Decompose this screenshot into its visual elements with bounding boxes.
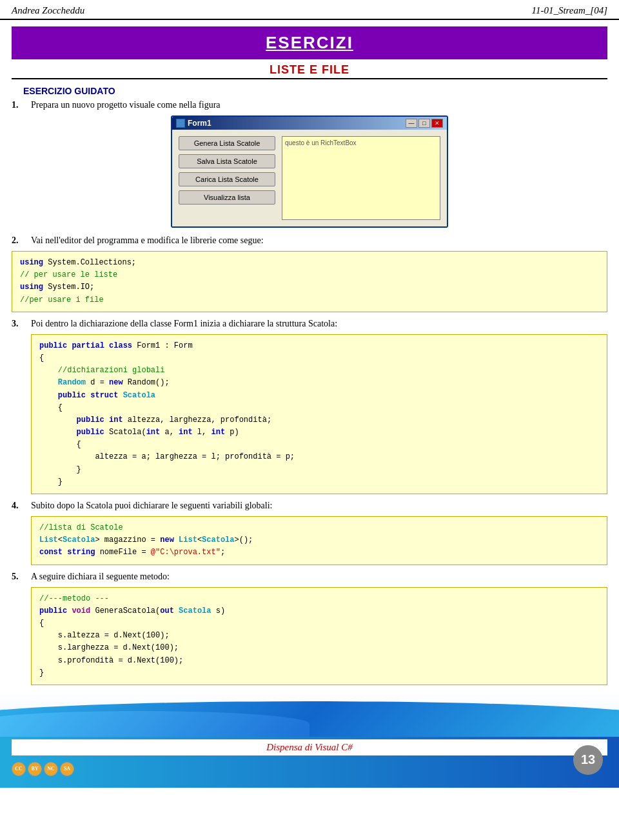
code-line: { bbox=[39, 439, 599, 451]
footer-decoration bbox=[0, 692, 619, 737]
code-line: //---metodo --- bbox=[39, 593, 599, 605]
item-4: 4. Subito dopo la Scatola puoi dichiarar… bbox=[12, 501, 607, 511]
author-name: Andrea Zoccheddu bbox=[12, 5, 84, 16]
code-line: //dichiarazioni globali bbox=[39, 365, 599, 377]
footer-area: Dispensa di Visual C# CC BY NC SA 13 bbox=[0, 737, 619, 788]
code-line: altezza = a; larghezza = l; profondità =… bbox=[39, 451, 599, 463]
code-line: s.larghezza = d.Next(100); bbox=[39, 642, 599, 654]
item-1-num: 1. bbox=[12, 100, 31, 110]
code-line: // per usare le liste bbox=[20, 269, 599, 281]
form-body: Genera Lista Scatole Salva Lista Scatole… bbox=[172, 130, 447, 226]
code-line: public Scatola(int a, int l, int p) bbox=[39, 426, 599, 439]
subtitle-text: LISTE E FILE bbox=[12, 63, 607, 77]
item-2-text: Vai nell'editor del programma e modifica… bbox=[31, 235, 607, 246]
item-1: 1. Prepara un nuovo progetto visuale com… bbox=[12, 100, 607, 110]
code-line: { bbox=[39, 617, 599, 630]
visualizza-lista-button[interactable]: Visualizza lista bbox=[179, 190, 275, 205]
code-line: } bbox=[39, 464, 599, 476]
cc-icon-nc: NC bbox=[44, 762, 58, 776]
item-2-num: 2. bbox=[12, 235, 31, 246]
code-block-4: //lista di Scatole List<Scatola> magazzi… bbox=[31, 516, 607, 565]
code-line: Random d = new Random(); bbox=[39, 377, 599, 389]
cc-icon-by: BY bbox=[28, 762, 42, 776]
code-block-5: //---metodo --- public void GeneraScatol… bbox=[31, 587, 607, 685]
code-line: const string nomeFile = @"C:\prova.txt"; bbox=[39, 546, 599, 559]
code-line: List<Scatola> magazzino = new List<Scato… bbox=[39, 534, 599, 546]
page-header: Andrea Zoccheddu 11-01_Stream_[04] bbox=[0, 0, 619, 20]
item-4-num: 4. bbox=[12, 501, 31, 511]
cc-license-icons: CC BY NC SA bbox=[12, 762, 74, 776]
code-line: //lista di Scatole bbox=[39, 522, 599, 534]
code-line: s.profondità = d.Next(100); bbox=[39, 655, 599, 667]
code-block-3: public partial class Form1 : Form { //di… bbox=[31, 334, 607, 494]
item-3-num: 3. bbox=[12, 319, 31, 329]
code-line: public struct Scatola bbox=[39, 390, 599, 402]
salva-lista-button[interactable]: Salva Lista Scatole bbox=[179, 154, 275, 168]
form-mockup: Form1 — □ ✕ Genera Lista Scatole Salva L… bbox=[171, 115, 448, 228]
form-buttons-panel: Genera Lista Scatole Salva Lista Scatole… bbox=[179, 136, 275, 220]
form-titlebar: Form1 — □ ✕ bbox=[172, 117, 447, 130]
code-line: public void GeneraScatola(out Scatola s) bbox=[39, 605, 599, 617]
rich-text-box[interactable]: questo è un RichTextBox bbox=[282, 136, 440, 220]
section-heading: ESERCIZIO GUIDATO bbox=[23, 86, 596, 96]
item-5: 5. A seguire dichiara il seguente metodo… bbox=[12, 572, 607, 582]
minimize-button[interactable]: — bbox=[406, 119, 417, 128]
form-titlebar-left: Form1 bbox=[176, 119, 211, 128]
maximize-button[interactable]: □ bbox=[418, 119, 430, 128]
genera-lista-button[interactable]: Genera Lista Scatole bbox=[179, 136, 275, 150]
close-button[interactable]: ✕ bbox=[431, 119, 443, 128]
main-content: ESERCIZIO GUIDATO 1. Prepara un nuovo pr… bbox=[0, 86, 619, 685]
main-title: ESERCIZI bbox=[12, 33, 607, 53]
footer-text: Dispensa di Visual C# bbox=[12, 739, 607, 755]
form-title: Form1 bbox=[188, 119, 211, 128]
form-titlebar-controls: — □ ✕ bbox=[406, 119, 443, 128]
cc-icon-sa: SA bbox=[60, 762, 74, 776]
code-line: using System.IO; bbox=[20, 281, 599, 294]
code-line: //per usare i file bbox=[20, 294, 599, 306]
code-line: { bbox=[39, 402, 599, 414]
code-line: } bbox=[39, 476, 599, 488]
item-5-num: 5. bbox=[12, 572, 31, 582]
doc-reference: 11-01_Stream_[04] bbox=[532, 5, 608, 16]
subtitle-bar: LISTE E FILE bbox=[12, 59, 607, 79]
item-4-text: Subito dopo la Scatola puoi dichiarare l… bbox=[31, 501, 607, 511]
code-line: s.altezza = d.Next(100); bbox=[39, 630, 599, 642]
code-block-2: using System.Collections; // per usare l… bbox=[12, 251, 607, 312]
rich-text-label: questo è un RichTextBox bbox=[285, 139, 357, 146]
item-3-text: Poi dentro la dichiarazione della classe… bbox=[31, 319, 607, 329]
code-line: public partial class Form1 : Form bbox=[39, 340, 599, 352]
item-2: 2. Vai nell'editor del programma e modif… bbox=[12, 235, 607, 246]
cc-icon-cc: CC bbox=[12, 762, 26, 776]
code-line: } bbox=[39, 667, 599, 679]
page-number: 13 bbox=[573, 745, 603, 775]
code-line: { bbox=[39, 352, 599, 365]
item-1-text: Prepara un nuovo progetto visuale come n… bbox=[31, 100, 607, 110]
code-line: using System.Collections; bbox=[20, 257, 599, 269]
item-5-text: A seguire dichiara il seguente metodo: bbox=[31, 572, 607, 582]
title-bar: ESERCIZI bbox=[12, 26, 607, 59]
carica-lista-button[interactable]: Carica Lista Scatole bbox=[179, 172, 275, 186]
code-line: public int altezza, larghezza, profondit… bbox=[39, 414, 599, 426]
item-3: 3. Poi dentro la dichiarazione della cla… bbox=[12, 319, 607, 329]
form-app-icon bbox=[176, 119, 185, 128]
